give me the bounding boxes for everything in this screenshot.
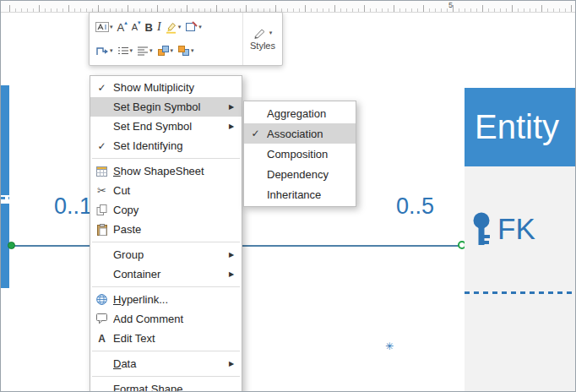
- connector-icon: [95, 45, 109, 57]
- styles-button-label: Styles: [250, 41, 275, 51]
- menu-item-data[interactable]: Data ▶: [90, 354, 242, 373]
- align-lines-icon: [137, 46, 149, 56]
- highlighter-icon: [166, 21, 177, 34]
- mini-toolbar: ▾ A ▴ A ▾ B I ▾: [89, 12, 283, 66]
- multiplicity-label-left: 0..1: [54, 193, 92, 220]
- send-to-back-button[interactable]: ▾: [176, 41, 196, 61]
- entity-title: Entity: [475, 108, 559, 146]
- list-icon: [117, 46, 129, 56]
- menu-item-group[interactable]: Group ▶: [90, 245, 242, 264]
- chevron-down-icon: ▾: [269, 30, 273, 36]
- grow-font-letter: A: [117, 22, 125, 33]
- chevron-down-icon: ▾: [198, 24, 202, 30]
- chevron-down-icon: ▾: [149, 47, 153, 54]
- align-button[interactable]: ▾: [135, 41, 155, 61]
- connection-point-marker: ✳: [385, 340, 394, 352]
- context-menu: ✓ Show Multiplicity Set Begin Symbol ▶ S…: [90, 75, 242, 392]
- connector-begin-point[interactable]: [8, 242, 15, 249]
- chevron-down-icon: ▾: [171, 47, 174, 54]
- hyperlink-globe-icon: [96, 294, 107, 305]
- text-style-button[interactable]: ▾: [94, 17, 115, 37]
- menu-item-show-shapesheet[interactable]: Show ShapeSheet: [90, 161, 242, 181]
- paste-icon: [97, 224, 107, 236]
- bullets-button[interactable]: ▾: [116, 41, 135, 61]
- submenu-item-dependency[interactable]: Dependency: [244, 164, 356, 184]
- shape-style-button[interactable]: ▾: [183, 17, 204, 37]
- copy-icon: [96, 204, 107, 215]
- submenu-item-composition[interactable]: Composition: [244, 144, 356, 164]
- submenu-arrow-icon: ▶: [229, 270, 242, 278]
- menu-item-format-shape[interactable]: Format Shape: [90, 379, 242, 392]
- menu-item-edit-text[interactable]: A Edit Text: [90, 329, 242, 348]
- fk-label: FK: [497, 212, 535, 246]
- left-entity-dashed-divider: [1, 197, 9, 199]
- mini-toolbar-row-1: ▾ A ▴ A ▾ B I ▾: [94, 17, 242, 38]
- bold-icon: B: [145, 21, 153, 34]
- submenu-arrow-icon: ▶: [229, 360, 242, 368]
- menu-item-set-identifying[interactable]: ✓ Set Identifying: [90, 136, 242, 155]
- shapesheet-icon: [96, 166, 107, 177]
- styles-button[interactable]: ▾ Styles: [242, 13, 282, 65]
- submenu-arrow-icon: ▶: [229, 251, 242, 259]
- chevron-down-icon: ▾: [191, 47, 194, 54]
- shape-outline-icon: [185, 21, 198, 33]
- scissors-icon: ✂: [97, 185, 106, 196]
- menu-item-copy[interactable]: Copy: [90, 200, 242, 220]
- bring-to-front-button[interactable]: ▾: [155, 41, 176, 61]
- menu-item-set-end-symbol[interactable]: Set End Symbol ▶: [90, 117, 242, 136]
- menu-separator: [92, 158, 240, 159]
- italic-button[interactable]: I: [155, 17, 163, 37]
- down-caret-icon: ▾: [138, 19, 141, 25]
- entity-shape-header[interactable]: Entity: [465, 88, 576, 166]
- connector-tool-button[interactable]: ▾: [94, 41, 115, 61]
- check-icon: ✓: [97, 140, 106, 152]
- bring-front-icon: [157, 45, 170, 57]
- menu-item-hyperlink[interactable]: Hyperlink...: [90, 290, 242, 309]
- styles-pen-icon: [253, 28, 267, 39]
- submenu-item-aggregation[interactable]: Aggregation: [244, 103, 356, 123]
- check-icon: ✓: [251, 128, 259, 139]
- up-caret-icon: ▴: [124, 19, 128, 25]
- menu-separator: [92, 376, 240, 377]
- menu-item-add-comment[interactable]: Add Comment: [90, 309, 242, 329]
- chevron-down-icon: ▾: [110, 24, 113, 30]
- comment-bubble-icon: [96, 313, 107, 324]
- entity-shape-body[interactable]: [465, 166, 576, 391]
- check-icon: ✓: [97, 82, 106, 94]
- edit-text-a-icon: A: [98, 334, 106, 344]
- italic-icon: I: [157, 20, 161, 34]
- submenu-item-association[interactable]: ✓ Association: [244, 123, 356, 144]
- chevron-down-icon: ▾: [130, 47, 133, 54]
- ruler-number-5: 5: [448, 1, 453, 9]
- menu-item-paste[interactable]: Paste: [90, 220, 242, 239]
- ruler-major-ticks: [9, 5, 575, 12]
- text-box-icon: [95, 21, 109, 33]
- begin-symbol-submenu: Aggregation ✓ Association Composition De…: [243, 101, 356, 207]
- menu-item-set-begin-symbol[interactable]: Set Begin Symbol ▶: [90, 97, 242, 117]
- menu-item-cut[interactable]: ✂ Cut: [90, 181, 242, 200]
- visio-drawing-window: 5 0..1 0..5 Entity FK ✳ ▾ A: [0, 0, 576, 392]
- grow-font-button[interactable]: A ▴: [116, 17, 129, 37]
- menu-separator: [92, 286, 240, 287]
- submenu-arrow-icon: ▶: [229, 103, 242, 111]
- chevron-down-icon: ▾: [178, 24, 182, 30]
- bold-button[interactable]: B: [144, 17, 155, 37]
- menu-item-container[interactable]: Container ▶: [90, 264, 242, 284]
- foreign-key-icon: [472, 212, 494, 256]
- menu-item-show-multiplicity[interactable]: ✓ Show Multiplicity: [90, 78, 242, 97]
- submenu-item-inheritance[interactable]: Inheritance: [244, 184, 356, 204]
- highlight-button[interactable]: ▾: [164, 17, 183, 37]
- horizontal-ruler: [1, 1, 575, 13]
- send-back-icon: [177, 45, 190, 57]
- styles-button-top: ▾: [253, 28, 273, 39]
- shrink-font-letter: A: [132, 23, 138, 32]
- multiplicity-label-right: 0..5: [396, 193, 434, 220]
- submenu-arrow-icon: ▶: [229, 122, 242, 130]
- entity-dashed-divider: [465, 291, 576, 294]
- left-entity-shape-top[interactable]: [1, 85, 9, 195]
- mini-toolbar-buttons: ▾ A ▴ A ▾ B I ▾: [90, 13, 242, 65]
- shrink-font-button[interactable]: A ▾: [130, 17, 143, 37]
- mini-toolbar-row-2: ▾ ▾ ▾ ▾ ▾: [94, 41, 242, 62]
- menu-separator: [92, 242, 240, 242]
- chevron-down-icon: ▾: [110, 47, 113, 54]
